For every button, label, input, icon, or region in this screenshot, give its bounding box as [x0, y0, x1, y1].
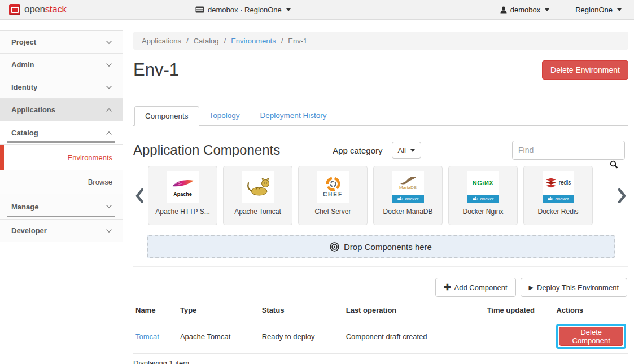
sidebar: Project Admin Identity Applications Cata…: [0, 20, 123, 364]
sidebar-item-developer[interactable]: Developer: [0, 220, 123, 242]
context-label: demobox · RegionOne: [208, 6, 282, 14]
user-menu[interactable]: demobox: [500, 6, 549, 14]
sidebar-item-applications[interactable]: Applications: [0, 99, 123, 121]
component-card-docker-redis[interactable]: redis docker Docker Redis: [523, 166, 593, 225]
breadcrumb-separator: /: [224, 37, 226, 45]
find-wrap: [512, 141, 625, 160]
sidebar-item-label: Manage: [11, 203, 38, 211]
topbar-right: demobox RegionOne: [500, 6, 622, 14]
environment-actions: ✚ Add Component ▶ Deploy This Environmen…: [133, 278, 627, 297]
docker-banner: docker: [392, 195, 424, 203]
play-icon: ▶: [529, 284, 534, 291]
chef-logo: CHEF: [317, 171, 349, 203]
component-card-chef-server[interactable]: CHEF Chef Server: [298, 166, 368, 225]
plus-icon: ✚: [444, 282, 451, 292]
delete-component-button[interactable]: Delete Component: [559, 327, 623, 346]
section-underline: [7, 141, 115, 143]
nginx-logo-text: NGiИX: [473, 180, 493, 186]
sidebar-item-label: Environments: [68, 154, 112, 162]
mariadb-logo: MariaDB docker: [392, 171, 424, 203]
docker-banner-text: docker: [405, 196, 418, 201]
sidebar-item-manage[interactable]: Manage: [0, 194, 123, 220]
chevron-down-icon: [106, 40, 112, 45]
table-footer: Displaying 1 item: [133, 359, 628, 364]
app-category-label: App category: [333, 146, 382, 155]
component-card-label: Docker Redis: [524, 208, 592, 216]
tab-topology[interactable]: Topology: [199, 106, 250, 126]
col-header-last-operation: Last operation: [344, 300, 485, 319]
table-row: Tomcat Apache Tomcat Ready to deploy Com…: [133, 319, 628, 354]
openstack-logo[interactable]: openstack: [9, 4, 122, 15]
cell-type: Apache Tomcat: [178, 319, 260, 354]
drop-components-zone[interactable]: Drop Components here: [147, 235, 615, 258]
sidebar-item-label: Identity: [11, 83, 37, 91]
col-header-status: Status: [260, 300, 344, 319]
mariadb-logo-text: MariaDB: [399, 186, 417, 190]
tab-deployment-history[interactable]: Deployment History: [250, 106, 337, 126]
cell-time-updated: [485, 319, 554, 354]
sidebar-item-label: Catalog: [11, 129, 38, 137]
apache-logo-text: Apache: [173, 192, 192, 197]
sidebar-item-label: Applications: [11, 106, 55, 114]
components-table: Name Type Status Last operation Time upd…: [133, 300, 628, 354]
region-menu[interactable]: RegionOne: [575, 6, 622, 14]
chevron-up-icon: [106, 108, 112, 112]
col-header-type: Type: [178, 300, 260, 319]
component-card-docker-nginx[interactable]: NGiИX docker Docker Nginx: [448, 166, 518, 225]
breadcrumb-environments-link[interactable]: Environments: [231, 37, 276, 45]
add-component-button[interactable]: ✚ Add Component: [435, 278, 516, 297]
carousel-left-arrow[interactable]: [133, 188, 146, 203]
chevron-down-icon: [106, 204, 112, 209]
component-card-apache-tomcat[interactable]: Apache Tomcat: [223, 166, 292, 225]
col-header-time-updated: Time updated: [485, 300, 554, 319]
sidebar-top-stub: [0, 20, 123, 31]
main-content: Applications / Catalog / Environments / …: [124, 20, 634, 364]
section-heading: Application Components: [133, 142, 280, 158]
deploy-environment-button[interactable]: ▶ Deploy This Environment: [521, 278, 627, 297]
section-divider: [133, 266, 628, 267]
tab-components[interactable]: Components: [134, 106, 199, 126]
tab-bar: Components Topology Deployment History: [133, 106, 628, 126]
table-icon: [195, 6, 204, 13]
caret-down-icon: [410, 149, 415, 152]
search-icon[interactable]: [610, 160, 618, 171]
breadcrumb-current: Env-1: [288, 37, 307, 45]
find-input[interactable]: [512, 141, 625, 160]
component-name-link[interactable]: Tomcat: [135, 332, 159, 341]
cell-last-operation: Component draft created: [344, 319, 485, 354]
context-switcher[interactable]: demobox · RegionOne: [195, 6, 291, 14]
page-title: Env-1: [133, 60, 179, 80]
sidebar-item-label: Browse: [88, 178, 112, 186]
sidebar-item-identity[interactable]: Identity: [0, 76, 123, 99]
breadcrumb-separator: /: [186, 37, 189, 45]
dropzone-label: Drop Components here: [344, 242, 432, 252]
app-category-value: All: [398, 146, 406, 155]
sidebar-item-label: Admin: [11, 60, 34, 69]
component-card-label: Chef Server: [299, 208, 367, 216]
component-cards: Apache Apache HTTP S...: [148, 166, 593, 225]
app-category-dropdown[interactable]: All: [392, 142, 421, 159]
component-card-label: Apache Tomcat: [224, 208, 292, 216]
docker-whale-icon: [397, 196, 403, 201]
openstack-cube-icon: [9, 4, 20, 15]
sidebar-item-browse[interactable]: Browse: [0, 170, 123, 194]
caret-down-icon: [617, 8, 622, 11]
sidebar-item-environments[interactable]: Environments: [0, 145, 123, 170]
docker-banner: docker: [467, 195, 499, 203]
component-card-apache-http[interactable]: Apache Apache HTTP S...: [148, 166, 217, 225]
chevron-down-icon: [106, 85, 112, 90]
chevron-down-icon: [106, 63, 112, 67]
table-header-row: Name Type Status Last operation Time upd…: [133, 300, 628, 319]
breadcrumb-catalog[interactable]: Catalog: [194, 37, 219, 45]
sidebar-item-project[interactable]: Project: [0, 31, 123, 54]
breadcrumb-applications[interactable]: Applications: [142, 37, 181, 45]
component-card-docker-mariadb[interactable]: MariaDB docker Docker MariaDB: [373, 166, 443, 225]
carousel-right-arrow[interactable]: [616, 188, 628, 203]
sidebar-item-admin[interactable]: Admin: [0, 54, 123, 76]
target-icon: [330, 242, 339, 252]
docker-banner-text: docker: [480, 196, 493, 201]
sidebar-item-catalog[interactable]: Catalog: [0, 121, 123, 145]
delete-environment-button[interactable]: Delete Environment: [542, 60, 628, 80]
docker-banner: docker: [543, 195, 574, 203]
chef-ring-icon: [325, 176, 341, 192]
